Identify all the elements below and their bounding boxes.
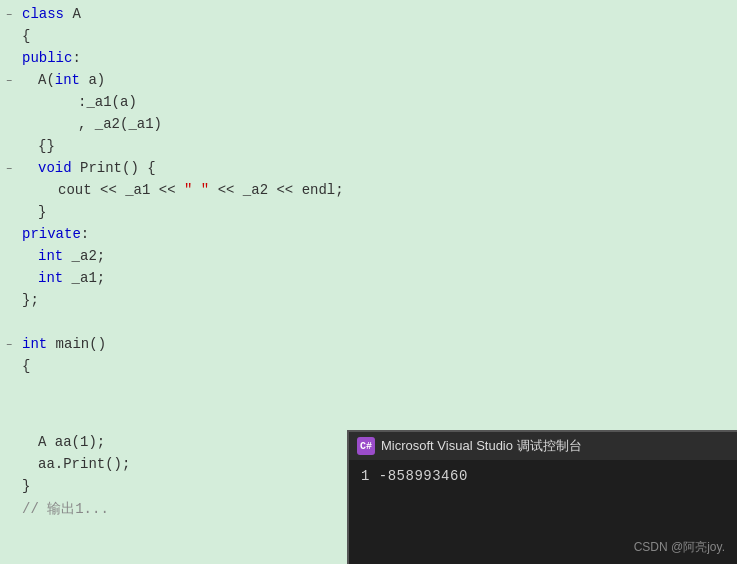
bottom-panel: A aa(1); aa.Print(); } // 输出1... C# [0,430,737,564]
console-titlebar: C# Microsoft Visual Studio 调试控制台 [349,432,737,460]
code-line-9: cout << _a1 << " " << _a2 << endl; [0,182,737,204]
code-line-15 [0,314,737,336]
console-title: Microsoft Visual Studio 调试控制台 [381,437,582,455]
collapse-icon-4[interactable]: − [3,76,15,88]
code-line-8: − void Print() { [0,160,737,182]
line-content-7: {} [18,138,737,154]
line-content-17: { [18,358,737,374]
console-popup: C# Microsoft Visual Studio 调试控制台 1 -8589… [347,430,737,564]
gutter-4: − [0,76,18,88]
line-content-13: int _a1; [18,270,737,286]
collapse-icon-8[interactable]: − [3,164,15,176]
line-content-16: int main() [18,336,737,352]
vs-icon: C# [357,437,375,455]
collapse-icon-16[interactable]: − [3,340,15,352]
gutter-1: − [0,10,18,22]
line-content-2: { [18,28,737,44]
line-content-11: private: [18,226,737,242]
line-content-1: class A [18,6,737,22]
code-line-6: , _a2(_a1) [0,116,737,138]
line-content-10: } [18,204,737,220]
code-line-1: − class A [0,6,737,28]
line-content-20: } [18,478,347,494]
code-line-2: { [0,28,737,50]
bottom-code-area: A aa(1); aa.Print(); } // 输出1... [0,430,347,564]
line-content-5: :_a1(a) [18,94,737,110]
gutter-16: − [0,340,18,352]
code-line-7: {} [0,138,737,160]
code-line-3: public: [0,50,737,72]
console-credit: CSDN @阿亮joy. [361,539,725,556]
code-line-18: A aa(1); [0,434,347,456]
line-content-19: aa.Print(); [18,456,347,472]
line-content-9: cout << _a1 << " " << _a2 << endl; [18,182,737,198]
code-line-10: } [0,204,737,226]
console-output: 1 -858993460 [361,468,725,484]
code-line-4: − A(int a) [0,72,737,94]
line-content-8: void Print() { [18,160,737,176]
code-line-17: { [0,358,737,380]
code-line-21: // 输出1... [0,500,347,522]
console-body: 1 -858993460 CSDN @阿亮joy. [349,460,737,564]
code-line-12: int _a2; [0,248,737,270]
line-content-12: int _a2; [18,248,737,264]
gutter-8: − [0,164,18,176]
code-line-14: }; [0,292,737,314]
line-content-14: }; [18,292,737,308]
line-content-3: public: [18,50,737,66]
code-editor: − class A { public: − A(int a) :_a1(a) [0,0,737,430]
line-content-6: , _a2(_a1) [18,116,737,132]
kw-class: class [22,6,64,22]
line-content-15 [18,314,737,330]
line-content-18: A aa(1); [18,434,347,450]
code-line-5: :_a1(a) [0,94,737,116]
collapse-icon-1[interactable]: − [3,10,15,22]
line-content-21: // 输出1... [18,500,347,518]
line-content-4: A(int a) [18,72,737,88]
code-line-16: − int main() [0,336,737,358]
code-line-13: int _a1; [0,270,737,292]
code-line-20: } [0,478,347,500]
code-line-11: private: [0,226,737,248]
code-line-19: aa.Print(); [0,456,347,478]
